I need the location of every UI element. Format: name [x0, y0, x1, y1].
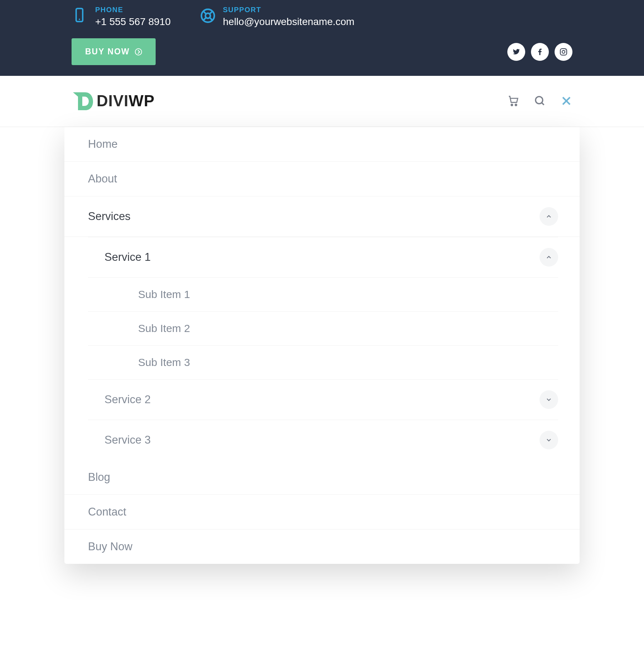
menu-item-buy-now[interactable]: Buy Now: [64, 529, 580, 564]
close-icon[interactable]: [560, 95, 572, 107]
menu-item-home[interactable]: Home: [64, 127, 580, 162]
logo-text: DIVIWP: [97, 92, 155, 110]
menu-label: Service 3: [104, 434, 151, 446]
twitter-icon[interactable]: [507, 43, 525, 61]
menu-item-service-1[interactable]: Service 1: [88, 237, 558, 278]
svg-point-9: [562, 50, 565, 53]
menu-item-sub-1[interactable]: Sub Item 1: [88, 278, 558, 312]
menu-label: Blog: [88, 471, 110, 484]
menu-label: About: [88, 172, 117, 185]
instagram-icon[interactable]: [555, 43, 572, 61]
svg-line-5: [210, 11, 213, 14]
header: DIVIWP: [0, 76, 644, 127]
topbar: PHONE +1 555 567 8910: [0, 0, 644, 76]
arrow-right-circle-icon: [135, 48, 142, 55]
chevron-down-icon[interactable]: [540, 390, 558, 409]
search-icon[interactable]: [534, 95, 546, 107]
menu-item-sub-2[interactable]: Sub Item 2: [88, 312, 558, 346]
buy-now-button[interactable]: BUY NOW: [72, 38, 156, 65]
menu-label: Service 1: [104, 251, 151, 264]
menu-item-service-3[interactable]: Service 3: [88, 420, 558, 460]
phone-label: PHONE: [95, 6, 171, 14]
svg-point-3: [205, 13, 210, 18]
menu-label: Sub Item 3: [138, 356, 190, 368]
menu-label: Services: [88, 210, 131, 223]
svg-line-7: [210, 18, 213, 20]
mobile-menu-panel: Home About Services Service 1 Sub Item 1…: [64, 127, 580, 564]
svg-point-1: [79, 19, 80, 20]
logo[interactable]: DIVIWP: [72, 89, 155, 112]
menu-label: Contact: [88, 506, 126, 518]
svg-line-14: [542, 103, 544, 105]
menu-item-about[interactable]: About: [64, 162, 580, 196]
social-links: [507, 43, 572, 61]
menu-label: Buy Now: [88, 540, 132, 553]
chevron-up-icon[interactable]: [540, 207, 558, 226]
chevron-up-icon[interactable]: [540, 248, 558, 267]
cart-icon[interactable]: [507, 95, 519, 107]
chevron-down-icon[interactable]: [540, 431, 558, 449]
phone-value: +1 555 567 8910: [95, 16, 171, 28]
svg-point-12: [515, 104, 517, 106]
buy-now-label: BUY NOW: [85, 47, 130, 57]
svg-point-11: [511, 104, 513, 106]
phone-block: PHONE +1 555 567 8910: [72, 6, 171, 28]
menu-item-service-2[interactable]: Service 2: [88, 379, 558, 420]
menu-label: Service 2: [104, 393, 151, 406]
menu-item-sub-3[interactable]: Sub Item 3: [88, 346, 558, 379]
svg-point-13: [536, 97, 543, 104]
svg-point-10: [565, 49, 566, 50]
support-value: hello@yourwebsitename.com: [223, 16, 355, 28]
menu-label: Sub Item 1: [138, 288, 190, 301]
menu-label: Sub Item 2: [138, 322, 190, 335]
menu-item-services[interactable]: Services: [64, 196, 580, 237]
support-block: SUPPORT hello@yourwebsitename.com: [199, 6, 355, 28]
facebook-icon[interactable]: [531, 43, 549, 61]
svg-line-6: [203, 18, 206, 20]
phone-icon: [72, 7, 87, 23]
menu-label: Home: [88, 138, 118, 151]
menu-item-contact[interactable]: Contact: [64, 495, 580, 529]
logo-mark-icon: [72, 89, 94, 112]
svg-rect-8: [560, 49, 567, 55]
support-icon: [199, 7, 215, 23]
support-label: SUPPORT: [223, 6, 355, 14]
svg-line-4: [203, 11, 206, 14]
menu-item-blog[interactable]: Blog: [64, 460, 580, 495]
